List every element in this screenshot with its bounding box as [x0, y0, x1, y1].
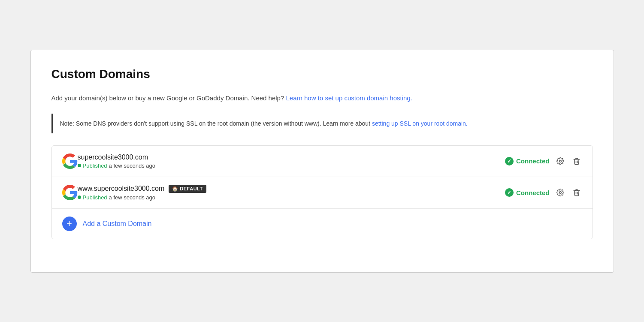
published-label-1: Published [83, 163, 107, 169]
svg-point-1 [559, 192, 561, 194]
custom-domains-card: Custom Domains Add your domain(s) below … [30, 50, 614, 273]
status-dot-1 [78, 164, 81, 167]
connected-badge-2: ✓ Connected [505, 188, 550, 197]
svg-point-0 [559, 160, 561, 163]
check-icon-2: ✓ [507, 190, 511, 196]
ssl-note: Note: Some DNS providers don't support u… [51, 114, 593, 133]
check-icon-1: ✓ [507, 158, 511, 164]
connected-icon-2: ✓ [505, 188, 514, 197]
status-time-2: a few seconds ago [109, 194, 155, 201]
delete-button-1[interactable] [571, 156, 582, 167]
settings-button-2[interactable] [555, 187, 566, 198]
status-dot-2 [78, 196, 81, 199]
trash-icon-2 [573, 189, 581, 196]
trash-icon-1 [573, 157, 581, 165]
domain-name-2: www.supercoolsite3000.com 🏠 DEFAULT [78, 185, 505, 193]
connected-label-2: Connected [516, 189, 550, 196]
connected-icon-1: ✓ [505, 157, 514, 166]
settings-button-1[interactable] [555, 156, 566, 167]
page-title: Custom Domains [51, 67, 593, 81]
connected-badge-1: ✓ Connected [505, 157, 550, 166]
google-logo-1 [62, 153, 78, 169]
domain-row-1: supercoolsite3000.com Published a few se… [52, 146, 593, 177]
domain-info-1: supercoolsite3000.com Published a few se… [78, 153, 505, 169]
domain-info-2: www.supercoolsite3000.com 🏠 DEFAULT Publ… [78, 185, 505, 201]
add-domain-icon: + [62, 217, 77, 231]
status-time-1: a few seconds ago [109, 163, 155, 169]
domain-name-1: supercoolsite3000.com [78, 153, 505, 161]
note-text: Note: Some DNS providers don't support u… [60, 120, 371, 127]
connected-label-1: Connected [516, 157, 550, 165]
add-domain-row[interactable]: + Add a Custom Domain [52, 209, 593, 239]
google-logo-2 [62, 185, 78, 200]
domain-status-2: Published a few seconds ago [78, 194, 505, 201]
default-badge: 🏠 DEFAULT [169, 185, 206, 193]
delete-button-2[interactable] [571, 187, 582, 198]
domain-status-1: Published a few seconds ago [78, 163, 505, 169]
domains-table: supercoolsite3000.com Published a few se… [51, 145, 593, 239]
description: Add your domain(s) below or buy a new Go… [51, 93, 593, 103]
domain-actions-2: ✓ Connected [505, 187, 582, 198]
learn-how-link[interactable]: Learn how to set up custom domain hostin… [286, 94, 412, 102]
description-text: Add your domain(s) below or buy a new Go… [51, 94, 284, 102]
gear-icon-2 [556, 189, 564, 196]
add-domain-label: Add a Custom Domain [83, 220, 152, 228]
gear-icon-1 [556, 157, 564, 165]
published-label-2: Published [83, 194, 107, 201]
domain-row-2: www.supercoolsite3000.com 🏠 DEFAULT Publ… [52, 177, 593, 209]
ssl-link[interactable]: setting up SSL on your root domain. [372, 120, 468, 127]
domain-actions-1: ✓ Connected [505, 156, 582, 167]
home-icon-badge: 🏠 [172, 186, 178, 191]
